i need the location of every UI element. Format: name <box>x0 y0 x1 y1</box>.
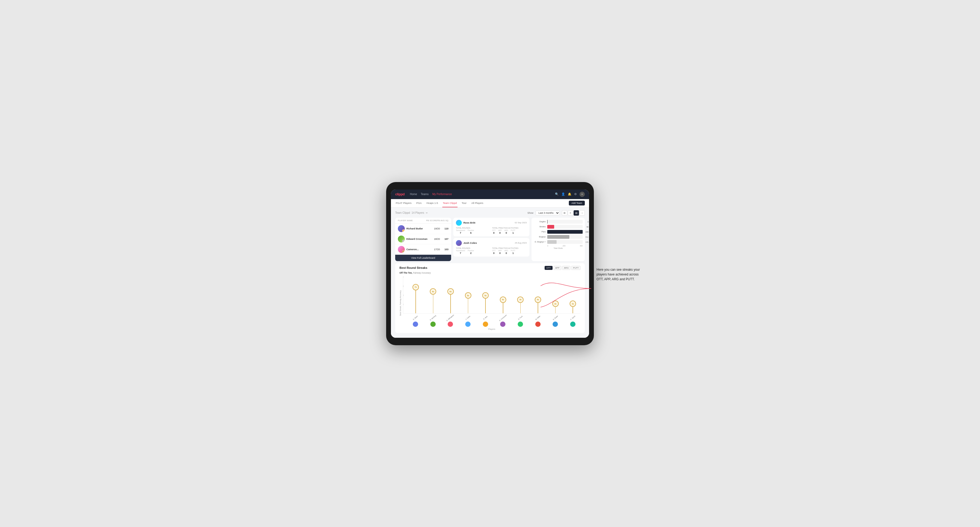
practice-val-2: 2 <box>470 252 471 254</box>
search-icon[interactable]: 🔍 <box>555 192 559 196</box>
period-select[interactable]: Last 3 months <box>536 211 560 215</box>
bar-chart: Eagles 3 Birdies 96 Pars 499 Bogeys 311 … <box>534 220 583 244</box>
total-rounds-label-2: Total Rounds <box>456 247 490 249</box>
table-row: 2 Edward Crossman 18/20 107 <box>395 234 451 244</box>
tournament-stat-2: Tournament 7 <box>456 250 465 254</box>
stat-row-2: Tournament 7 Practice 2 <box>456 250 490 254</box>
round-card-header-1: Rees Britt 02 Sep 2023 <box>456 220 527 226</box>
sub-nav-team-clippd[interactable]: Team Clippd <box>442 199 458 207</box>
view-full-leaderboard-button[interactable]: View Full Leaderboard <box>395 255 451 261</box>
putt-stat-1: PUTT 1 <box>511 229 515 234</box>
add-team-button[interactable]: Add Team <box>569 201 585 205</box>
practice-stat-1: Practice 6 <box>468 229 474 234</box>
sub-nav-tour[interactable]: Tour <box>461 199 467 207</box>
practice-activities-group-2: Total Practice Activities OTT 0 APP 0 <box>492 247 527 254</box>
user-icon[interactable]: 👤 <box>562 192 565 196</box>
streaks-subtitle-prefix: Off The Tee, <box>399 271 412 274</box>
annotation-text: Here you can see streaks your players ha… <box>597 267 644 282</box>
player-avatar-1: 1 <box>398 225 405 232</box>
round-date-2: 26 Aug 2023 <box>515 242 527 244</box>
player-bubble: 6x <box>447 288 454 295</box>
player-bubble: 4x <box>500 297 506 303</box>
bar-container: 131 <box>547 240 583 244</box>
streaks-subtitle-suffix: Fairway Accuracy <box>413 271 431 274</box>
player-name-col-label: PLAYER NAME <box>398 219 426 222</box>
sub-nav-hcaps[interactable]: Hcaps 1-5 <box>426 199 438 207</box>
rank-badge-3: 3 <box>402 250 405 253</box>
arg-sublabel: ARG <box>504 229 508 231</box>
player-col: 6x <box>426 284 441 313</box>
practice-stat-2: Practice 2 <box>468 250 474 254</box>
streaks-filter: OTT APP ARG PUTT <box>545 266 581 270</box>
practice-activities-label-2: Total Practice Activities <box>492 247 527 249</box>
sub-nav-pgat[interactable]: PGAT Players <box>395 199 412 207</box>
show-label: Show <box>527 211 533 214</box>
round-date-1: 02 Sep 2023 <box>515 221 527 224</box>
total-rounds-label-1: Total Rounds <box>456 227 490 229</box>
nav-links: Home Teams My Performance <box>410 192 555 196</box>
stat-row-pa-1: OTT 0 APP 0 ARG 0 <box>492 229 527 234</box>
card-view-btn[interactable]: ▤ <box>574 210 579 216</box>
bar-value: 499 <box>585 231 589 233</box>
notification-icon[interactable]: 🔔 <box>568 192 571 196</box>
bar-row: D. Bogeys + 131 <box>534 240 583 244</box>
practice-sublabel: Practice <box>468 229 474 231</box>
putt-sublabel: PUTT <box>511 229 515 231</box>
filter-arg-btn[interactable]: ARG <box>562 266 570 270</box>
player-bubble: 5x <box>465 292 471 298</box>
app-val-1: 0 <box>499 231 501 234</box>
app-val-2: 0 <box>499 252 501 254</box>
practice-val-1: 6 <box>470 231 471 234</box>
x-tick: 400 <box>580 245 583 247</box>
table-row: 3 Cameron... 17/20 103 <box>395 244 451 255</box>
filter-putt-btn[interactable]: PUTT <box>571 266 581 270</box>
app-stat-1: APP 0 <box>498 229 502 234</box>
player-bubble: 4x <box>517 297 523 303</box>
sub-nav-pga[interactable]: PGA <box>416 199 422 207</box>
nav-teams[interactable]: Teams <box>421 192 428 196</box>
grid-view-btn[interactable]: ⊞ <box>562 210 567 216</box>
filter-app-btn[interactable]: APP <box>554 266 562 270</box>
player-stem <box>433 295 434 313</box>
app-stat-2: APP 0 <box>498 250 502 254</box>
pb-score-2: 18/20 <box>431 238 440 240</box>
bar-container: 499 <box>547 230 583 234</box>
stat-row-1: Tournament 7 Practice 6 <box>456 229 490 234</box>
avatar[interactable]: U <box>579 192 585 197</box>
nav-my-performance[interactable]: My Performance <box>432 192 452 196</box>
round-player-name-1: Rees Britt <box>463 221 513 224</box>
filter-ott-btn[interactable]: OTT <box>545 266 552 270</box>
player-name-3: Cameron... <box>406 248 419 251</box>
player-col: 4x <box>513 284 528 313</box>
nav-home[interactable]: Home <box>410 192 417 196</box>
ott-val-2: 0 <box>493 252 495 254</box>
settings-icon[interactable]: ⚙ <box>574 192 577 196</box>
ott-stat-2: OTT 0 <box>492 250 496 254</box>
streaks-subtitle: Off The Tee, Fairway Accuracy <box>399 271 581 274</box>
player-col: 5x <box>478 284 493 313</box>
bar-label: Birdies <box>534 225 546 228</box>
ott-val-1: 0 <box>493 231 495 234</box>
bar-row: Pars 499 <box>534 230 583 234</box>
player-avatar-2: 2 <box>398 236 405 243</box>
player-info-3: 3 Cameron... <box>398 246 429 253</box>
nav-icons: 🔍 👤 🔔 ⚙ U <box>555 192 585 197</box>
player-count: 14 Players <box>412 211 424 214</box>
bar-container: 96 <box>547 225 583 229</box>
chart-x-labels: 0200400 <box>534 245 583 247</box>
bar-row: Birdies 96 <box>534 225 583 229</box>
table-row: 1 Richard Butler 19/20 110 <box>395 224 451 234</box>
leaderboard-header: PLAYER NAME PB SCORE PB AVG SQ <box>395 218 451 224</box>
list-view-btn[interactable]: ≡ <box>568 210 573 216</box>
stat-row-pa-2: OTT 0 APP 0 ARG 0 <box>492 250 527 254</box>
sub-nav-all-players[interactable]: All Players <box>471 199 484 207</box>
streaks-header: Best Round Streaks OTT APP ARG PUTT <box>399 266 581 270</box>
round-card-header-2: Josh Coles 26 Aug 2023 <box>456 240 527 246</box>
rounds-panel: Rees Britt 02 Sep 2023 Total Rounds Tour… <box>453 218 530 261</box>
bar-row: Bogeys 311 <box>534 235 583 239</box>
ott-stat-1: OTT 0 <box>492 229 496 234</box>
table-view-btn[interactable]: ↕ <box>579 210 585 216</box>
arg-stat-2: ARG 0 <box>504 250 508 254</box>
edit-icon[interactable]: ✏ <box>426 211 428 214</box>
putt-val-1: 1 <box>512 231 514 234</box>
